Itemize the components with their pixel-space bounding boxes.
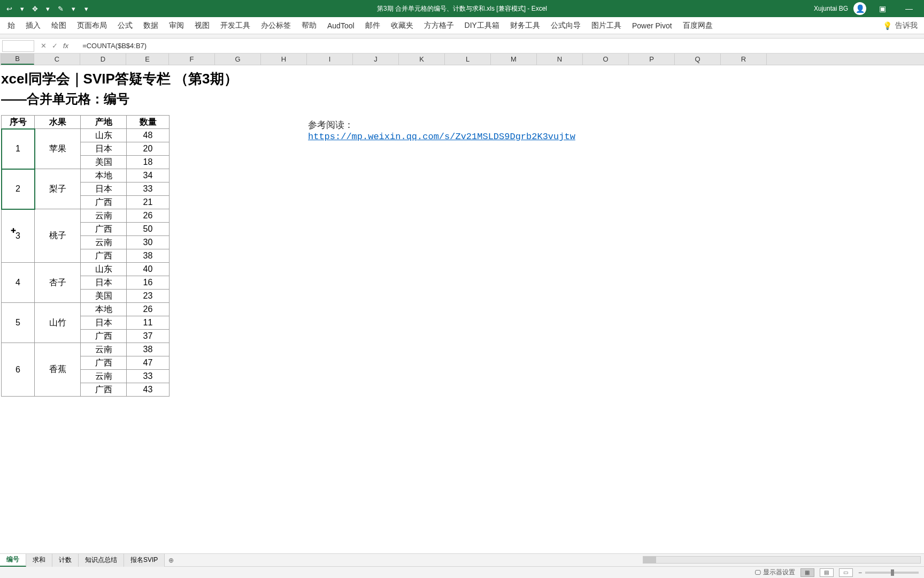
qat-more-icon[interactable]: ▾: [81, 4, 91, 13]
qty-cell[interactable]: 33: [127, 182, 170, 196]
origin-cell[interactable]: 本地: [81, 169, 127, 182]
qty-cell[interactable]: 18: [127, 156, 170, 169]
zoom-out-icon[interactable]: −: [858, 569, 862, 576]
qty-cell[interactable]: 20: [127, 142, 170, 156]
ribbon-tab[interactable]: 收藏夹: [386, 17, 419, 34]
ribbon-tab[interactable]: 绘图: [46, 17, 72, 34]
origin-cell[interactable]: 广西: [81, 383, 127, 397]
ribbon-tab[interactable]: 开发工具: [215, 17, 256, 34]
column-header[interactable]: Q: [675, 54, 721, 65]
sheet-tab[interactable]: 编号: [0, 554, 26, 567]
ribbon-tab[interactable]: 始: [2, 17, 20, 34]
formula-input[interactable]: =COUNTA($B$4:B7): [75, 42, 924, 50]
column-header[interactable]: J: [353, 54, 399, 65]
qat-dropdown-icon[interactable]: ▾: [43, 4, 52, 13]
ribbon-tab[interactable]: 数据: [138, 17, 164, 34]
name-box[interactable]: [2, 40, 34, 52]
column-header[interactable]: D: [80, 54, 126, 65]
fruit-cell[interactable]: 苹果: [35, 129, 81, 169]
seq-cell[interactable]: 4: [2, 263, 35, 303]
sheet-tab[interactable]: 知识点总结: [79, 554, 124, 567]
seq-cell[interactable]: 6: [2, 343, 35, 397]
fruit-cell[interactable]: 桃子: [35, 209, 81, 263]
touch-mode-icon[interactable]: ✥: [30, 4, 40, 13]
qty-cell[interactable]: 50: [127, 223, 170, 236]
brush-icon[interactable]: ✎: [56, 4, 65, 13]
origin-cell[interactable]: 本地: [81, 303, 127, 316]
reference-link[interactable]: https://mp.weixin.qq.com/s/Zv21MSLDS9Dgr…: [308, 132, 575, 142]
qty-cell[interactable]: 43: [127, 383, 170, 397]
ribbon-tab[interactable]: 邮件: [360, 17, 386, 34]
qat-dropdown-icon[interactable]: ▾: [17, 4, 27, 13]
column-header[interactable]: P: [629, 54, 675, 65]
origin-cell[interactable]: 云南: [81, 343, 127, 356]
avatar[interactable]: 👤: [853, 2, 866, 15]
ribbon-tab[interactable]: 公式向导: [545, 17, 586, 34]
ribbon-tab[interactable]: 帮助: [296, 17, 322, 34]
ribbon-tab[interactable]: AudTool: [322, 17, 360, 34]
origin-cell[interactable]: 日本: [81, 276, 127, 290]
fruit-cell[interactable]: 杏子: [35, 263, 81, 303]
seq-cell[interactable]: 2: [2, 169, 35, 209]
zoom-control[interactable]: −: [858, 569, 919, 576]
ribbon-tab[interactable]: 财务工具: [505, 17, 545, 34]
ribbon-tab[interactable]: Power Pivot: [627, 17, 677, 34]
column-header[interactable]: N: [537, 54, 583, 65]
fruit-cell[interactable]: 香蕉: [35, 343, 81, 397]
qty-cell[interactable]: 40: [127, 263, 170, 276]
ribbon-tab[interactable]: 方方格子: [419, 17, 459, 34]
qty-cell[interactable]: 47: [127, 356, 170, 370]
qty-cell[interactable]: 26: [127, 303, 170, 316]
qty-cell[interactable]: 48: [127, 129, 170, 142]
qty-cell[interactable]: 33: [127, 370, 170, 383]
cancel-icon[interactable]: ✕: [41, 42, 47, 50]
origin-cell[interactable]: 日本: [81, 182, 127, 196]
origin-cell[interactable]: 云南: [81, 236, 127, 249]
page-break-view-icon[interactable]: ▭: [839, 568, 853, 577]
origin-cell[interactable]: 山东: [81, 263, 127, 276]
origin-cell[interactable]: 山东: [81, 129, 127, 142]
column-header[interactable]: G: [215, 54, 261, 65]
enter-icon[interactable]: ✓: [52, 42, 58, 50]
ribbon-tab[interactable]: 百度网盘: [677, 17, 718, 34]
fruit-cell[interactable]: 梨子: [35, 169, 81, 209]
origin-cell[interactable]: 日本: [81, 142, 127, 156]
ribbon-display-icon[interactable]: ▣: [872, 4, 893, 13]
ribbon-tab[interactable]: DIY工具箱: [459, 17, 505, 34]
sheet-tab[interactable]: 求和: [26, 554, 52, 567]
origin-cell[interactable]: 广西: [81, 196, 127, 209]
ribbon-tab[interactable]: 页面布局: [72, 17, 112, 34]
new-sheet-icon[interactable]: ⊕: [165, 557, 178, 564]
ribbon-tab[interactable]: 公式: [112, 17, 138, 34]
column-header[interactable]: C: [34, 54, 80, 65]
origin-cell[interactable]: 云南: [81, 370, 127, 383]
tell-me[interactable]: 💡告诉我: [883, 21, 924, 31]
user-name[interactable]: Xujuntai BG: [814, 5, 848, 12]
ribbon-tab[interactable]: 审阅: [164, 17, 189, 34]
qty-cell[interactable]: 21: [127, 196, 170, 209]
column-header[interactable]: R: [721, 54, 767, 65]
qat-dropdown-icon[interactable]: ▾: [68, 4, 78, 13]
qty-cell[interactable]: 30: [127, 236, 170, 249]
seq-cell[interactable]: 1: [2, 129, 35, 169]
qty-cell[interactable]: 38: [127, 343, 170, 356]
origin-cell[interactable]: 日本: [81, 316, 127, 330]
qty-cell[interactable]: 16: [127, 276, 170, 290]
sheet-tab[interactable]: 报名SVIP: [124, 554, 165, 567]
qty-cell[interactable]: 26: [127, 209, 170, 223]
ribbon-tab[interactable]: 办公标签: [256, 17, 296, 34]
display-settings[interactable]: 🖵 显示器设置: [754, 568, 795, 577]
normal-view-icon[interactable]: ▦: [800, 568, 814, 577]
origin-cell[interactable]: 广西: [81, 356, 127, 370]
origin-cell[interactable]: 广西: [81, 249, 127, 263]
column-header[interactable]: O: [583, 54, 629, 65]
seq-cell[interactable]: 3: [2, 209, 35, 263]
column-header[interactable]: B: [1, 54, 34, 65]
qty-cell[interactable]: 11: [127, 316, 170, 330]
zoom-slider[interactable]: [865, 572, 919, 574]
column-header[interactable]: I: [307, 54, 353, 65]
column-header[interactable]: M: [491, 54, 537, 65]
undo-icon[interactable]: ↩: [4, 4, 14, 13]
origin-cell[interactable]: 美国: [81, 290, 127, 303]
column-header[interactable]: H: [261, 54, 307, 65]
